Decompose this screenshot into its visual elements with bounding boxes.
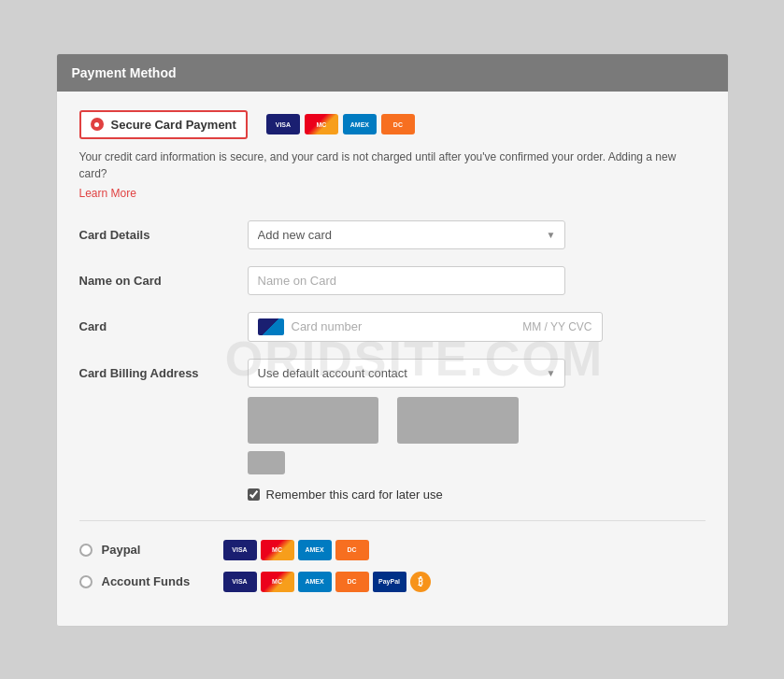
secure-card-row: Secure Card Payment VISA MC AMEX DC bbox=[79, 110, 706, 139]
paypal-visa-icon: VISA bbox=[223, 540, 257, 560]
paypal-amex-icon: AMEX bbox=[298, 540, 332, 560]
paypal-discover-icon: DC bbox=[335, 540, 369, 560]
address-block-2 bbox=[397, 397, 519, 444]
card-control: Card number MM / YY CVC bbox=[248, 312, 706, 342]
panel-body: Secure Card Payment VISA MC AMEX DC Your… bbox=[57, 92, 728, 626]
funds-visa-icon: VISA bbox=[223, 572, 257, 592]
paypal-card-icons: VISA MC AMEX DC bbox=[223, 540, 369, 560]
billing-address-blocks bbox=[248, 397, 706, 444]
card-details-row: Card Details Add new card bbox=[79, 220, 706, 249]
billing-address-select-wrapper: Use default account contact bbox=[248, 359, 565, 388]
funds-amex-icon: AMEX bbox=[298, 572, 332, 592]
account-funds-row[interactable]: Account Funds VISA MC AMEX DC PayPal ₿ bbox=[79, 572, 706, 592]
section-divider bbox=[79, 520, 706, 521]
learn-more-link[interactable]: Learn More bbox=[79, 187, 136, 200]
paypal-mc-icon: MC bbox=[261, 540, 294, 560]
address-block-1 bbox=[248, 397, 378, 444]
name-on-card-label: Name on Card bbox=[79, 266, 248, 288]
payment-form: Card Details Add new card Name on Card bbox=[79, 220, 706, 502]
secure-card-option[interactable]: Secure Card Payment bbox=[79, 110, 248, 139]
remember-row: Remember this card for later use bbox=[248, 488, 706, 502]
paypal-row[interactable]: Paypal VISA MC AMEX DC bbox=[79, 540, 706, 560]
address-block-3 bbox=[248, 451, 285, 474]
card-number-field[interactable]: Card number MM / YY CVC bbox=[248, 312, 603, 342]
card-number-placeholder: Card number bbox=[292, 319, 516, 333]
billing-address-control: Use default account contact Remember thi… bbox=[248, 359, 706, 502]
name-on-card-input[interactable] bbox=[248, 266, 565, 295]
card-row: Card Card number MM / YY CVC bbox=[79, 312, 706, 342]
secure-card-radio[interactable] bbox=[91, 118, 104, 131]
paypal-label: Paypal bbox=[102, 543, 214, 557]
secure-card-icons: VISA MC AMEX DC bbox=[266, 114, 415, 134]
card-details-select-wrapper: Add new card bbox=[248, 220, 565, 249]
funds-mc-icon: MC bbox=[261, 572, 294, 592]
billing-address-row: Card Billing Address Use default account… bbox=[79, 359, 706, 502]
billing-address-label: Card Billing Address bbox=[79, 359, 248, 380]
card-details-select[interactable]: Add new card bbox=[248, 220, 565, 249]
billing-address-select[interactable]: Use default account contact bbox=[248, 359, 565, 388]
card-brand-icon bbox=[258, 318, 284, 335]
visa-icon: VISA bbox=[266, 114, 300, 134]
account-funds-radio[interactable] bbox=[79, 575, 93, 588]
card-details-label: Card Details bbox=[79, 220, 248, 242]
remember-checkbox[interactable] bbox=[248, 488, 260, 501]
panel-header: Payment Method bbox=[57, 54, 728, 92]
amex-icon: AMEX bbox=[343, 114, 377, 134]
mastercard-icon: MC bbox=[305, 114, 338, 134]
funds-paypal-icon: PayPal bbox=[373, 572, 406, 592]
card-expiry-cvc: MM / YY CVC bbox=[522, 320, 592, 333]
name-on-card-row: Name on Card bbox=[79, 266, 706, 295]
card-details-control: Add new card bbox=[248, 220, 706, 249]
secure-card-label: Secure Card Payment bbox=[111, 118, 236, 132]
panel-title: Payment Method bbox=[72, 65, 177, 80]
secure-card-info: Your credit card information is secure, … bbox=[79, 149, 706, 182]
account-funds-label: Account Funds bbox=[102, 574, 214, 588]
paypal-radio[interactable] bbox=[79, 544, 93, 557]
account-funds-icons: VISA MC AMEX DC PayPal ₿ bbox=[223, 572, 431, 592]
remember-label: Remember this card for later use bbox=[266, 488, 443, 502]
card-label: Card bbox=[79, 312, 248, 333]
name-on-card-control bbox=[248, 266, 706, 295]
funds-discover-icon: DC bbox=[335, 572, 369, 592]
payment-panel: Payment Method Secure Card Payment VISA … bbox=[56, 53, 729, 627]
funds-bitcoin-icon: ₿ bbox=[410, 572, 431, 592]
discover-icon: DC bbox=[381, 114, 415, 134]
